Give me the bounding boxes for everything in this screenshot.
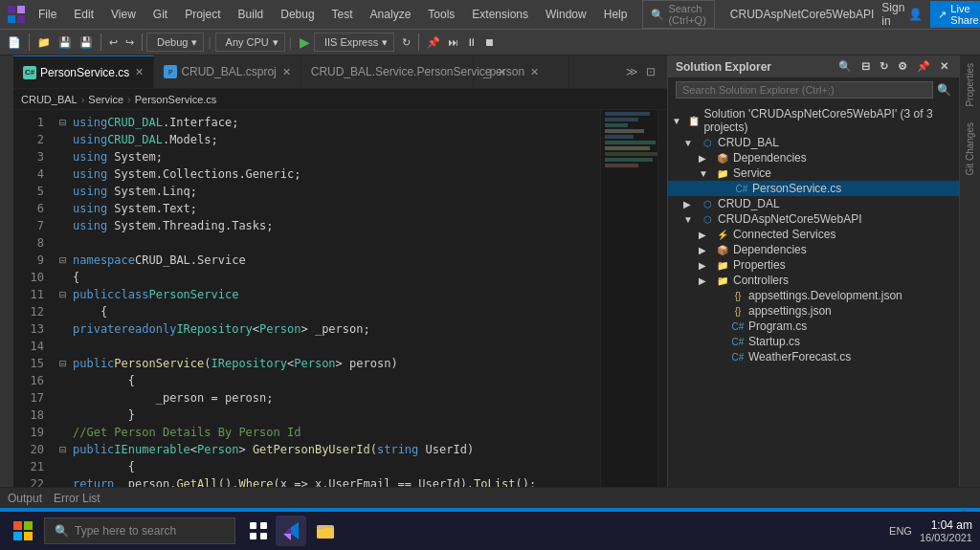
- menu-edit[interactable]: Edit: [66, 4, 101, 25]
- tree-crud-bal[interactable]: ▼ ⬡ CRUD_BAL: [668, 135, 959, 150]
- rs-git-changes[interactable]: Git Changes: [963, 119, 977, 180]
- tree-dependencies-app[interactable]: ▶ 📦 Dependencies: [668, 242, 959, 257]
- breadcrumb-file[interactable]: PersonService.cs: [135, 94, 217, 105]
- menu-extensions[interactable]: Extensions: [464, 4, 536, 25]
- tab-output[interactable]: Output: [8, 490, 42, 507]
- live-share-button[interactable]: ↗ Live Share: [930, 1, 980, 28]
- toolbar-break[interactable]: ⏸: [462, 34, 480, 50]
- tree-weatherforecast[interactable]: C# WeatherForecast.cs: [668, 349, 959, 364]
- tree-connected-services[interactable]: ▶ ⚡ Connected Services: [668, 227, 959, 242]
- code-line-4: using System.Collections.Generic;: [52, 165, 600, 183]
- toolbar-sep-5: |: [289, 35, 292, 49]
- tab-crud-bal-csproj[interactable]: P CRUD_BAL.csproj ✕: [154, 55, 301, 88]
- folder-icon-deps-bal: 📦: [714, 151, 731, 165]
- taskbar-search[interactable]: 🔍 Type here to search: [44, 517, 235, 544]
- se-icon-close[interactable]: ✕: [937, 59, 951, 74]
- tree-webapp[interactable]: ▼ ⬡ CRUDAspNetCore5WebAPI: [668, 211, 959, 227]
- toolbar-save-all[interactable]: 💾: [76, 34, 97, 51]
- menu-project[interactable]: Project: [177, 4, 228, 25]
- se-tree: ▼ 📋 Solution 'CRUDAspNetCore5WebAPI' (3 …: [668, 102, 959, 487]
- toolbar-save[interactable]: 💾: [55, 34, 76, 51]
- toolbar-refresh[interactable]: ↻: [398, 34, 414, 51]
- toolbar-sep-6: [418, 33, 419, 51]
- breadcrumb-crud-bal[interactable]: CRUD_BAL: [21, 94, 78, 105]
- menu-analyze[interactable]: Analyze: [363, 4, 419, 25]
- start-button[interactable]: [8, 516, 38, 546]
- menu-help[interactable]: Help: [596, 4, 635, 25]
- tree-label-properties: Properties: [733, 258, 786, 272]
- tree-program[interactable]: C# Program.cs: [668, 319, 959, 334]
- menu-debug[interactable]: Debug: [273, 4, 322, 25]
- menu-test[interactable]: Test: [324, 4, 361, 25]
- menu-window[interactable]: Window: [538, 4, 594, 25]
- tree-dependencies-bal[interactable]: ▶ 📦 Dependencies: [668, 150, 959, 165]
- svg-rect-8: [250, 522, 256, 529]
- tree-crud-dal[interactable]: ▶ ⬡ CRUD_DAL: [668, 196, 959, 211]
- tree-appsettings-dev[interactable]: {} appsettings.Development.json: [668, 288, 959, 303]
- rs-properties[interactable]: Properties: [963, 59, 977, 111]
- tab-split[interactable]: ⊡: [642, 65, 659, 78]
- tree-solution[interactable]: ▼ 📋 Solution 'CRUDAspNetCore5WebAPI' (3 …: [668, 106, 959, 135]
- platform-dropdown[interactable]: Any CPU ▾: [215, 33, 285, 52]
- menu-view[interactable]: View: [103, 4, 144, 25]
- run-button[interactable]: ▶: [296, 33, 314, 52]
- tab-service-personservice[interactable]: CRUD_BAL.Service.PersonService ✕: [301, 55, 474, 88]
- se-search-input[interactable]: [676, 81, 933, 99]
- editor-scrollbar[interactable]: [657, 110, 667, 487]
- tab-error-list[interactable]: Error List: [54, 490, 100, 507]
- debug-config-dropdown[interactable]: Debug ▾: [146, 33, 204, 52]
- breadcrumb-sep-1: ›: [81, 94, 85, 105]
- window-title: CRUDAspNetCore5WebAPI: [730, 8, 875, 21]
- toolbar-sep-1: [29, 33, 30, 51]
- sign-in-button[interactable]: Sign in 👤: [881, 1, 923, 28]
- tab-overflow[interactable]: ≫: [622, 65, 642, 78]
- menu-file[interactable]: File: [31, 4, 64, 25]
- toolbar-open[interactable]: 📁: [33, 34, 55, 51]
- menu-tools[interactable]: Tools: [420, 4, 462, 25]
- breadcrumb-service[interactable]: Service: [88, 94, 123, 105]
- taskbar-taskview[interactable]: [245, 517, 272, 544]
- tab-person-field[interactable]: _person ✕: [474, 55, 569, 88]
- tree-label-crud-dal: CRUD_DAL: [718, 197, 780, 210]
- menu-git[interactable]: Git: [145, 4, 175, 25]
- toolbar-redo[interactable]: ↪: [122, 34, 138, 51]
- svg-rect-2: [8, 15, 15, 23]
- chevron-deps-bal: ▶: [699, 153, 714, 164]
- tab-close-person[interactable]: ✕: [530, 66, 539, 78]
- toolbar-attach[interactable]: 📌: [423, 34, 444, 51]
- tab-personservice[interactable]: C# PersonService.cs ✕: [13, 55, 154, 88]
- menu-build[interactable]: Build: [231, 4, 272, 25]
- se-icon-search[interactable]: 🔍: [835, 59, 855, 74]
- bottom-tabs: Output Error List: [0, 487, 980, 508]
- taskbar-vscode[interactable]: [276, 516, 306, 546]
- toolbar: 📄 📁 💾 💾 ↩ ↪ Debug ▾ | Any CPU ▾ | ▶ IIS …: [0, 29, 980, 55]
- toolbar-step[interactable]: ⏭: [444, 34, 462, 50]
- se-icon-collapse[interactable]: ⊟: [858, 59, 873, 74]
- run-target-dropdown[interactable]: IIS Express ▾: [314, 33, 394, 52]
- se-icon-settings[interactable]: ⚙: [895, 59, 910, 74]
- tree-service-folder[interactable]: ▼ 📁 Service: [668, 165, 959, 181]
- se-search-icon: 🔍: [937, 83, 951, 97]
- tree-startup[interactable]: C# Startup.cs: [668, 334, 959, 349]
- se-icon-refresh[interactable]: ↻: [877, 59, 891, 74]
- tab-close-personservice[interactable]: ✕: [135, 66, 144, 78]
- code-content[interactable]: ⊟using CRUD_DAL.Interface; using CRUD_DA…: [52, 110, 600, 487]
- tree-properties[interactable]: ▶ 📁 Properties: [668, 257, 959, 273]
- code-line-13: private readonly IRepository<Person> _pe…: [52, 320, 600, 338]
- code-line-20: ⊟ public IEnumerable<Person> GetPersonBy…: [52, 441, 600, 458]
- tree-controllers[interactable]: ▶ 📁 Controllers: [668, 273, 959, 288]
- tab-close-crud-bal[interactable]: ✕: [282, 66, 291, 78]
- se-icon-pin[interactable]: 📌: [914, 59, 933, 74]
- tab-label-service: CRUD_BAL.Service.PersonService: [311, 65, 492, 78]
- tab-label-crud-bal: CRUD_BAL.csproj: [181, 65, 276, 78]
- se-search-bar[interactable]: 🔍: [668, 77, 959, 102]
- taskbar-explorer[interactable]: [310, 516, 341, 546]
- tree-appsettings[interactable]: {} appsettings.json: [668, 303, 959, 319]
- toolbar-stop[interactable]: ⏹: [480, 34, 499, 50]
- toolbar-undo[interactable]: ↩: [105, 34, 122, 51]
- code-line-12: {: [52, 303, 600, 320]
- file-icon-appsettings: {}: [729, 304, 746, 318]
- title-search-box[interactable]: 🔍 Search (Ctrl+Q): [642, 0, 714, 29]
- tree-personservice[interactable]: C# PersonService.cs: [668, 181, 959, 196]
- toolbar-new[interactable]: 📄: [4, 34, 25, 51]
